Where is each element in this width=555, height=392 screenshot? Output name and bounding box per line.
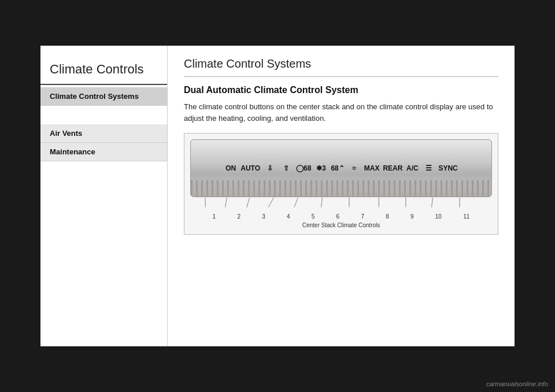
svg-line-5 (321, 198, 323, 208)
sidebar-title: Climate Controls (40, 57, 167, 85)
fan-speed-icon: ❅3 (316, 164, 326, 172)
panel-image-container: ON AUTO ⇩ ⇧ ◯68 ❅3 (184, 133, 498, 235)
num-4: 4 (287, 213, 290, 220)
ctrl-temp-left: ◯68 (296, 164, 311, 172)
content-area: Climate Control Systems Dual Automatic C… (168, 46, 515, 346)
sidebar-item-maintenance[interactable]: Maintenance (40, 143, 167, 161)
ctrl-max: MAX (364, 164, 380, 172)
ctrl-fan-up: ⇧ (280, 164, 293, 172)
fan-up-icon: ⇧ (283, 164, 289, 172)
svg-line-1 (225, 198, 227, 208)
svg-line-9 (432, 198, 433, 208)
ac-icon: A/C (406, 164, 419, 172)
ctrl-sync: SYNC (438, 164, 457, 172)
num-2: 2 (237, 213, 240, 220)
max-icon: MAX (364, 164, 380, 172)
ctrl-defrost-front: ≈ (348, 164, 361, 172)
section-heading: Dual Automatic Climate Control System (184, 85, 498, 95)
ctrl-on: ON (224, 164, 237, 172)
num-1: 1 (213, 213, 216, 220)
temp-left-icon: ◯68 (296, 164, 311, 172)
ctrl-fan-down: ⇩ (264, 164, 276, 172)
svg-line-2 (247, 198, 250, 208)
svg-line-3 (268, 198, 273, 208)
sidebar-item-climate-control-systems[interactable]: Climate Control Systems (40, 87, 167, 106)
content-title: Climate Control Systems (184, 57, 498, 77)
callout-lines (190, 197, 492, 210)
num-9: 9 (410, 213, 414, 220)
on-icon: ON (225, 164, 236, 172)
sidebar: Climate Controls Climate Control Systems… (40, 46, 168, 346)
fan-down-icon: ⇩ (267, 164, 273, 172)
auto-icon: AUTO (240, 164, 260, 172)
panel-image: ON AUTO ⇩ ⇧ ◯68 ❅3 (190, 139, 492, 197)
panel-reflection (191, 140, 491, 160)
recirc-icon: ☰ (426, 164, 432, 172)
ctrl-ac: A/C (406, 164, 419, 172)
sync-icon: SYNC (438, 164, 457, 172)
num-11: 11 (463, 213, 469, 220)
ctrl-recirc: ☰ (422, 164, 435, 172)
num-5: 5 (312, 213, 315, 220)
panel-numbers-row: 1 2 3 4 5 6 7 8 9 10 11 (190, 213, 492, 220)
svg-line-4 (294, 198, 298, 208)
defrost-front-icon: ≈ (352, 164, 356, 172)
num-10: 10 (435, 213, 442, 220)
panel-vents (191, 180, 491, 197)
num-3: 3 (262, 213, 265, 220)
watermark: carmanualsonline.info (486, 380, 548, 387)
num-8: 8 (386, 213, 389, 220)
panel-caption: Center Stack Climate Controls (190, 222, 492, 228)
sidebar-spacer (40, 106, 167, 124)
ctrl-auto: AUTO (240, 164, 260, 172)
panel-controls-row: ON AUTO ⇩ ⇧ ◯68 ❅3 (217, 164, 465, 172)
num-6: 6 (336, 213, 340, 220)
sidebar-item-air-vents[interactable]: Air Vents (40, 124, 167, 143)
ctrl-rear: REAR (383, 164, 402, 172)
ctrl-fan-speed: ❅3 (314, 164, 327, 172)
ctrl-temp-right: 68⌃ (331, 164, 344, 172)
section-body: The climate control buttons on the cente… (184, 101, 496, 124)
page-container: Climate Controls Climate Control Systems… (40, 46, 515, 346)
temp-right-icon: 68⌃ (331, 164, 344, 172)
num-7: 7 (361, 213, 364, 220)
rear-icon: REAR (383, 164, 402, 172)
callout-lines-svg (190, 197, 492, 210)
